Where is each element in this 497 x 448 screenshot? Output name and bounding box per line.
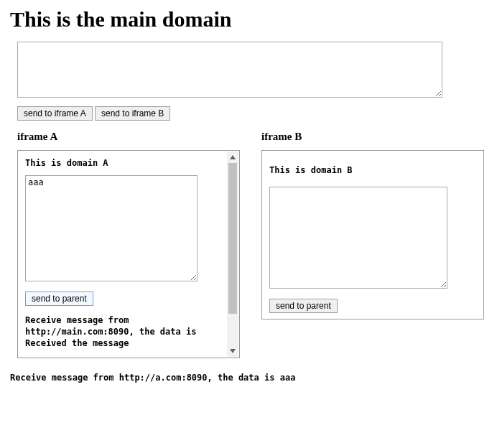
iframe-b-textarea[interactable] <box>269 187 447 289</box>
iframe-a-send-to-parent-button[interactable]: send to parent <box>25 291 93 306</box>
scroll-up-icon[interactable] <box>227 151 238 163</box>
iframe-a-column: iframe A This is domain A send to parent… <box>17 126 240 358</box>
iframe-a-heading: iframe A <box>17 131 240 143</box>
iframe-a-frame: This is domain A send to parent Receive … <box>17 150 240 358</box>
svg-marker-0 <box>230 155 236 159</box>
scrollbar-track[interactable] <box>227 163 238 345</box>
iframe-b-domain-title: This is domain B <box>269 165 473 175</box>
scrollbar-thumb[interactable] <box>228 163 237 314</box>
main-button-row: send to iframe A send to iframe B <box>17 106 487 121</box>
svg-marker-1 <box>230 349 236 353</box>
iframe-b-heading: iframe B <box>261 131 484 143</box>
iframe-a-scrollbar[interactable] <box>227 151 238 357</box>
send-to-iframe-a-button[interactable]: send to iframe A <box>17 106 93 121</box>
iframe-b-column: iframe B This is domain B send to parent <box>261 126 484 358</box>
iframe-a-domain-title: This is domain A <box>25 158 222 168</box>
iframe-a-receive-text: Receive message from http://main.com:809… <box>25 314 222 350</box>
send-to-iframe-b-button[interactable]: send to iframe B <box>95 106 170 121</box>
iframe-b-send-to-parent-button[interactable]: send to parent <box>269 299 338 313</box>
iframe-b-frame: This is domain B send to parent <box>261 150 484 319</box>
main-receive-text: Receive message from http://a.com:8090, … <box>10 373 487 383</box>
iframe-a-textarea[interactable] <box>25 175 198 281</box>
main-textarea[interactable] <box>17 42 442 98</box>
page-title: This is the main domain <box>10 7 487 32</box>
scroll-down-icon[interactable] <box>227 345 238 357</box>
